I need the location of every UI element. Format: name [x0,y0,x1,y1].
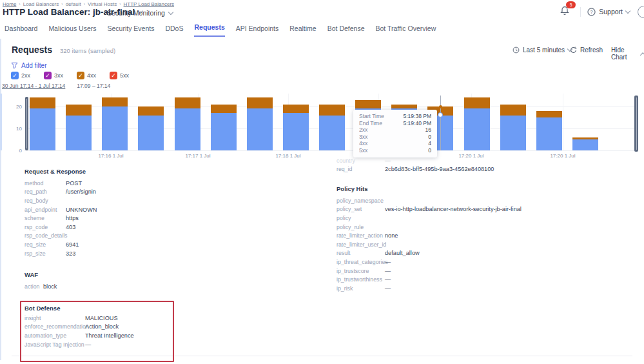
tab-realtime[interactable]: Realtime [289,25,316,37]
detail-label: rsp_size [24,250,66,257]
tooltip-value: 4 [428,140,431,147]
bar-segment-2xx [572,139,598,150]
time-range-selector[interactable]: Last 5 minutes [512,46,572,54]
detail-value: UNKNOWN [66,207,97,213]
breadcrumb-virtual-hosts[interactable]: Virtual Hosts [88,1,117,7]
bar-segment-4xx [464,97,490,108]
detail-row: rate_limiter_actionnone [337,231,522,240]
detail-value: — [385,157,391,164]
chart-bar[interactable] [30,97,55,150]
zoomed-time-range: 17:09 – 17:14 [77,83,110,89]
breadcrumb-default[interactable]: default [66,1,81,7]
status-filter-4xx[interactable]: ✓4xx [77,72,96,79]
tab-bot-traffic-overview[interactable]: Bot Traffic Overview [376,25,436,37]
chart-bar[interactable] [66,105,92,150]
tab-bot-defense[interactable]: Bot Defense [327,25,365,37]
detail-label: api_endpoint [24,207,66,213]
checkbox-5xx[interactable]: ✓ [110,72,117,79]
breadcrumb-separator: › [61,2,63,6]
bar-segment-4xx [247,97,273,108]
detail-label: policy_namespace [337,197,385,204]
notifications-button[interactable]: 5 [560,5,574,18]
hide-chart-chevron-up-icon [639,52,644,57]
funnel-icon [11,62,18,69]
add-filter-button[interactable]: Add filter [11,62,46,69]
full-time-range-link[interactable]: 30 Jun 17:14 - 1 Jul 17:14 [2,83,65,89]
section-title: Requests [12,45,52,55]
breadcrumb-load-balancers[interactable]: Load Balancers [23,1,59,7]
chart-bar[interactable] [536,111,562,150]
tab-security-events[interactable]: Security Events [107,25,154,37]
tab-api-endpoints[interactable]: API Endpoints [236,25,279,37]
hover-point-2xx [438,112,443,117]
brush-handle-left[interactable] [25,97,28,150]
chart-bar[interactable] [464,97,490,150]
detail-value: POST [66,180,82,187]
detail-value: default_allow [385,250,420,256]
detail-row: policy_rule [337,223,522,232]
checkbox-3xx[interactable]: ✓ [44,72,52,79]
request-response-heading: Request & Response [24,168,86,175]
chart-bar[interactable] [500,105,526,150]
request-response-rows: methodPOSTreq_path/user/signinreq_bodyap… [24,179,97,258]
tooltip-row: 2xx16 [359,126,431,134]
tooltip-value: 0 [428,147,431,154]
breadcrumb-home[interactable]: Home [3,1,16,7]
bar-segment-4xx [66,105,92,116]
support-menu[interactable]: ? Support [587,8,630,16]
detail-row: req_id2cb6d83c-bff5-495b-9aa3-4562e84081… [337,165,494,174]
tooltip-row: 4xx4 [359,140,431,147]
status-filter-2xx[interactable]: ✓2xx [11,72,30,79]
policy-hits-heading: Policy Hits [337,185,368,192]
tooltip-label: 5xx [359,147,367,154]
help-circle-icon: ? [587,8,596,16]
checkbox-2xx[interactable]: ✓ [11,72,19,79]
hide-chart-label: Hide Chart [611,46,638,61]
tab-malicious-users[interactable]: Malicious Users [48,25,96,37]
bar-segment-4xx [175,97,200,108]
waf-heading: WAF [24,271,38,278]
bar-segment-4xx [283,105,309,114]
tab-requests[interactable]: Requests [194,23,224,37]
status-filter-5xx[interactable]: ✓5xx [110,72,129,79]
detail-row: actionblock [24,282,57,291]
detail-row: ip_threat_categories— [337,258,522,267]
tab-ddos[interactable]: DDoS [165,25,183,37]
brush-handle-right[interactable] [634,96,638,152]
chart-bar[interactable] [175,97,200,150]
detail-label: req_path [24,188,66,195]
detail-label: req_id [337,166,385,172]
gridline [24,150,634,151]
support-label: Support [599,8,623,15]
breadcrumb-http-load-balancers[interactable]: HTTP Load Balancers [124,1,175,7]
refresh-button[interactable]: Refresh [570,46,603,54]
tooltip-label: 3xx [359,134,367,141]
detail-label: ip_risk [337,285,385,292]
detail-label: result [337,250,385,256]
chart-bar[interactable] [283,105,309,150]
y-axis-tick-label: 20 [0,104,22,110]
detail-row: api_endpointUNKNOWN [24,205,97,214]
chart-bar[interactable] [102,97,128,150]
hide-chart-toggle[interactable]: Hide Chart [611,46,644,61]
user-avatar[interactable] [638,6,644,18]
chart-bar[interactable] [572,137,598,150]
tab-dashboard[interactable]: Dashboard [5,25,37,37]
detail-value: — [385,276,391,283]
refresh-label: Refresh [580,46,603,54]
detail-label: rsp_code_details [24,232,66,239]
status-filter-3xx[interactable]: ✓3xx [44,72,63,79]
tooltip-value: 16 [425,126,431,134]
subnav-selector[interactable]: Security Monitoring [107,9,173,17]
tooltip-row: Start Time5:19:38 PM [359,113,431,120]
bar-segment-2xx [102,106,128,150]
chart-bar[interactable] [211,105,237,150]
chart-bar[interactable] [319,105,345,150]
chart-bar[interactable] [138,106,164,150]
detail-row: rsp_code_details [24,232,97,241]
tooltip-label: 4xx [359,140,367,147]
chart-bar[interactable] [247,97,273,150]
detail-value: — [385,285,391,292]
checkbox-4xx[interactable]: ✓ [77,72,84,79]
bar-segment-2xx [247,108,273,150]
